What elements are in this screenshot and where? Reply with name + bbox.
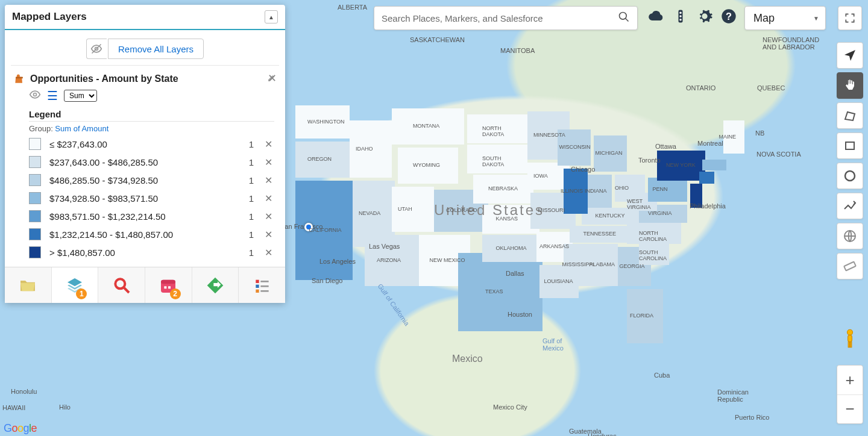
legend-swatch	[29, 192, 41, 204]
legend-remove-button[interactable]: ✕	[262, 229, 274, 240]
cloud-icon[interactable]	[646, 6, 667, 26]
svg-rect-72	[260, 285, 268, 287]
legend-range: $983,571.50 - $1,232,214.50	[49, 211, 234, 222]
legend-range: ≤ $237,643.00	[49, 139, 234, 149]
opportunity-icon	[13, 73, 25, 85]
panel-tabbar: 1 2	[5, 267, 285, 303]
layer-visibility-toggle[interactable]	[29, 89, 41, 103]
svg-point-63	[115, 279, 125, 288]
legend-swatch	[29, 174, 41, 186]
legend-row: $734,928.50 - $983,571.501✕	[29, 192, 274, 204]
legend-remove-button[interactable]: ✕	[262, 157, 274, 168]
legend-range: $486,285.50 - $734,928.50	[49, 175, 234, 185]
panel-title: Mapped Layers	[12, 11, 87, 23]
polygon-draw-button[interactable]	[837, 102, 863, 129]
legend-remove-button[interactable]: ✕	[262, 211, 274, 222]
legend-swatch	[29, 246, 41, 258]
google-logo: Google	[4, 422, 37, 435]
svg-point-43	[620, 13, 627, 20]
legend-row: $237,643.00 - $486,285.501✕	[29, 156, 274, 168]
svg-point-62	[34, 93, 37, 96]
help-icon[interactable]: ?	[719, 6, 739, 26]
pan-tool-button[interactable]	[837, 72, 863, 99]
legend-count: 1	[243, 248, 254, 258]
svg-text:?: ?	[726, 11, 732, 22]
rectangle-draw-button[interactable]	[837, 132, 863, 159]
legend-remove-button[interactable]: ✕	[262, 139, 274, 150]
tab-routes[interactable]	[192, 267, 239, 303]
pegman-icon[interactable]	[839, 326, 861, 350]
svg-point-52	[845, 171, 855, 181]
caret-down-icon: ▼	[813, 15, 819, 22]
svg-point-46	[679, 11, 682, 14]
legend-row: $983,571.50 - $1,232,214.501✕	[29, 210, 274, 222]
tab-legend[interactable]	[239, 267, 285, 303]
svg-rect-54	[844, 262, 856, 271]
svg-line-44	[626, 19, 629, 22]
svg-rect-61	[16, 77, 23, 79]
legend-remove-button[interactable]: ✕	[262, 247, 274, 258]
freehand-draw-button[interactable]	[837, 193, 863, 219]
list-view-button[interactable]: ☰	[47, 90, 58, 102]
svg-rect-67	[165, 286, 167, 288]
locate-me-button[interactable]	[837, 42, 863, 69]
tab-folders[interactable]	[5, 267, 52, 303]
svg-rect-56	[848, 335, 852, 341]
right-tool-rail	[837, 42, 863, 279]
legend: Legend Group: Sum of Amount ≤ $237,643.0…	[5, 103, 285, 267]
map-type-label: Map	[753, 12, 775, 25]
zoom-out-button[interactable]: −	[837, 394, 863, 423]
svg-rect-73	[256, 289, 259, 292]
remove-layer-button[interactable]: ✕	[268, 72, 277, 85]
svg-rect-74	[260, 290, 268, 292]
schedule-badge: 2	[170, 288, 181, 299]
tab-layers[interactable]: 1	[52, 267, 99, 303]
legend-title: Legend	[29, 109, 274, 122]
remove-all-layers-button[interactable]: Remove All Layers	[108, 39, 204, 59]
collapse-panel-button[interactable]: ▲	[265, 10, 278, 23]
layers-badge: 1	[76, 288, 87, 299]
legend-swatch	[29, 210, 41, 222]
legend-count: 1	[243, 229, 254, 240]
gear-icon[interactable]	[694, 6, 715, 26]
legend-range: > $1,480,857.00	[49, 248, 234, 258]
toggle-visibility-button[interactable]	[86, 39, 107, 59]
zoom-in-button[interactable]: +	[837, 366, 863, 394]
circle-draw-button[interactable]	[837, 163, 863, 189]
legend-range: $1,232,214.50 - $1,480,857.00	[49, 229, 234, 240]
legend-row: $1,232,214.50 - $1,480,857.001✕	[29, 228, 274, 240]
legend-row: $486,285.50 - $734,928.501✕	[29, 174, 274, 186]
tab-search[interactable]	[98, 267, 145, 303]
legend-swatch	[29, 138, 41, 150]
legend-count: 1	[243, 211, 254, 222]
zoom-control: + −	[837, 365, 863, 424]
search-icon[interactable]	[618, 11, 630, 25]
svg-rect-71	[256, 284, 259, 287]
panel-actions: Remove All Layers	[5, 30, 285, 65]
legend-count: 1	[243, 139, 254, 149]
legend-count: 1	[243, 193, 254, 204]
svg-point-55	[847, 329, 852, 335]
legend-swatch	[29, 156, 41, 168]
globe-button[interactable]	[837, 223, 863, 249]
ruler-button[interactable]	[837, 253, 863, 279]
panel-header: Mapped Layers ▲	[5, 5, 285, 30]
legend-row: ≤ $237,643.001✕	[29, 138, 274, 150]
aggregate-select[interactable]: Sum	[64, 90, 97, 102]
current-location-dot	[304, 223, 313, 231]
legend-remove-button[interactable]: ✕	[262, 175, 274, 186]
traffic-icon[interactable]	[670, 6, 691, 26]
fullscreen-button[interactable]	[838, 6, 862, 30]
legend-group-link[interactable]: Sum of Amount	[55, 124, 108, 133]
svg-rect-57	[848, 342, 849, 347]
search-bar[interactable]	[374, 6, 638, 30]
legend-remove-button[interactable]: ✕	[262, 193, 274, 204]
map-type-selector[interactable]: Map ▼	[744, 6, 826, 30]
search-input[interactable]	[382, 13, 613, 23]
legend-range: $734,928.50 - $983,571.50	[49, 193, 234, 204]
layer-header-row: Opportunities - Amount by State ✕	[5, 66, 285, 89]
tab-schedule[interactable]: 2	[145, 267, 192, 303]
svg-rect-66	[161, 279, 175, 284]
svg-point-47	[679, 15, 682, 17]
svg-rect-51	[846, 142, 854, 149]
